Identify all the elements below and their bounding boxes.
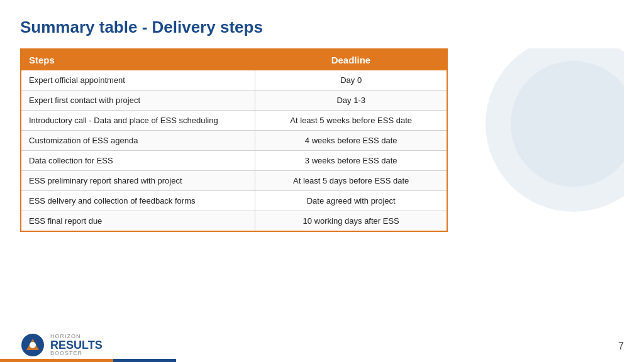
step-cell: Expert first contact with project [21, 90, 255, 111]
footer-bar-orange [0, 359, 113, 362]
table-row: Customization of ESS agenda4 weeks befor… [21, 131, 447, 151]
deadline-cell: Day 1-3 [255, 90, 447, 111]
deadline-cell: At least 5 days before ESS date [255, 171, 447, 191]
step-cell: Expert official appointment [21, 70, 255, 90]
table-row: ESS preliminary report shared with proje… [21, 171, 447, 191]
main-content: Steps Deadline Expert official appointme… [0, 48, 644, 232]
deadline-cell: 4 weeks before ESS date [255, 131, 447, 151]
deadline-cell: Day 0 [255, 70, 447, 90]
summary-table: Steps Deadline Expert official appointme… [20, 48, 448, 232]
page-number: 7 [618, 341, 624, 352]
footer-bar-blue [113, 359, 176, 362]
deadline-cell: At least 5 weeks before ESS date [255, 111, 447, 131]
table-row: ESS final report due10 working days afte… [21, 211, 447, 232]
deadline-cell: 10 working days after ESS [255, 211, 447, 232]
page-title: Summary table - Delivery steps [0, 0, 644, 48]
svg-point-2 [30, 342, 36, 348]
step-cell: Introductory call - Data and place of ES… [21, 111, 255, 131]
table-header-row: Steps Deadline [21, 49, 447, 70]
step-cell: Data collection for ESS [21, 151, 255, 171]
logo-text: HORIZON RESULTS BOOSTER [50, 334, 103, 356]
decorative-area [448, 48, 624, 232]
deadline-cell: 3 weeks before ESS date [255, 151, 447, 171]
step-cell: ESS delivery and collection of feedback … [21, 191, 255, 211]
step-cell: ESS preliminary report shared with proje… [21, 171, 255, 191]
logo-area: HORIZON RESULTS BOOSTER [20, 332, 103, 358]
step-cell: ESS final report due [21, 211, 255, 232]
step-cell: Customization of ESS agenda [21, 131, 255, 151]
table-row: Expert official appointmentDay 0 [21, 70, 447, 90]
table-area: Steps Deadline Expert official appointme… [20, 48, 448, 232]
col-steps-header: Steps [21, 49, 255, 70]
logo-booster-label: BOOSTER [50, 351, 103, 356]
table-row: Expert first contact with projectDay 1-3 [21, 90, 447, 111]
table-row: ESS delivery and collection of feedback … [21, 191, 447, 211]
footer: HORIZON RESULTS BOOSTER 7 [0, 327, 644, 362]
col-deadline-header: Deadline [255, 49, 447, 70]
logo-results-label: RESULTS [50, 339, 103, 351]
deadline-cell: Date agreed with project [255, 191, 447, 211]
table-row: Introductory call - Data and place of ES… [21, 111, 447, 131]
logo-icon [20, 332, 45, 358]
table-row: Data collection for ESS3 weeks before ES… [21, 151, 447, 171]
